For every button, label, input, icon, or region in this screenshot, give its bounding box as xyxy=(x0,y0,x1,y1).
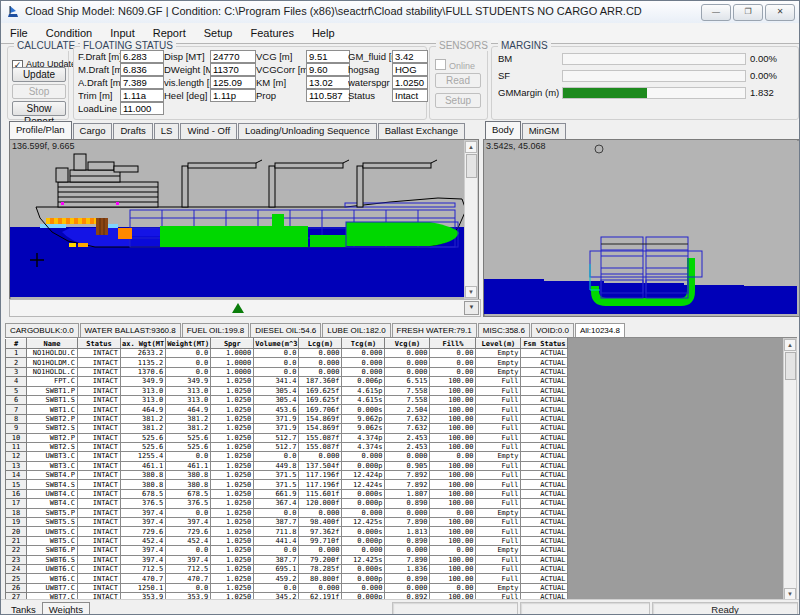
cell-name[interactable]: WBT6.C xyxy=(27,574,78,583)
cell-name[interactable]: WBT4.C xyxy=(27,499,78,508)
cell-spgr[interactable]: 1.0250 xyxy=(211,480,254,489)
cell-vcgm[interactable]: 0.000 xyxy=(385,546,430,555)
cell-weightmt[interactable]: 381.2 xyxy=(166,424,211,433)
cell-status[interactable]: INTACT xyxy=(78,414,121,423)
cell-fill%[interactable]: 0.00 xyxy=(430,349,476,358)
cell-tcgm[interactable]: 0.000p xyxy=(342,536,385,545)
cell-fsmstatus[interactable]: ACTUAL xyxy=(521,546,568,555)
table-scroll-up-icon[interactable]: ▲ xyxy=(784,339,796,351)
row-number[interactable]: 2 xyxy=(6,358,27,367)
cell-status[interactable]: INTACT xyxy=(78,499,121,508)
show-report-button[interactable]: Show Report xyxy=(12,101,66,116)
row-number[interactable]: 17 xyxy=(6,499,27,508)
cell-fill%[interactable]: 100.00 xyxy=(430,471,476,480)
cell-fsmstatus[interactable]: ACTUAL xyxy=(521,452,568,461)
cell-levelm[interactable]: Full xyxy=(476,405,521,414)
row-number[interactable]: 8 xyxy=(6,414,27,423)
cell-lcgm[interactable]: 169.706f xyxy=(299,405,342,414)
cell-fill%[interactable]: 100.00 xyxy=(430,442,476,451)
cell-fsmstatus[interactable]: ACTUAL xyxy=(521,386,568,395)
cell-volumem[interactable]: 695.1 xyxy=(254,564,299,573)
cell-fill%[interactable]: 100.00 xyxy=(430,461,476,470)
table-vertical-scrollbar[interactable]: ▲ ▼ xyxy=(783,338,797,599)
cell-name[interactable]: SWBT5.P xyxy=(27,508,78,517)
cell-levelm[interactable]: Empty xyxy=(476,583,521,592)
cell-fill%[interactable]: 0.00 xyxy=(430,452,476,461)
cell-vcgm[interactable]: 0.905 xyxy=(385,461,430,470)
cell-axwgtmt[interactable]: 1135.2 xyxy=(121,358,166,367)
cell-status[interactable]: INTACT xyxy=(78,442,121,451)
row-number[interactable]: 22 xyxy=(6,546,27,555)
profile-plan-view[interactable]: 136.599f, 9.665 xyxy=(9,139,479,300)
cell-vcgm[interactable]: 1.836 xyxy=(385,564,430,573)
cell-weightmt[interactable]: 397.4 xyxy=(166,518,211,527)
cell-vcgm[interactable]: 0.890 xyxy=(385,574,430,583)
row-number[interactable]: 10 xyxy=(6,433,27,442)
tab-ballast-exchange[interactable]: Ballast Exchange xyxy=(378,123,465,139)
cell-levelm[interactable]: Full xyxy=(476,461,521,470)
cell-spgr[interactable]: 1.0250 xyxy=(211,527,254,536)
cell-axwgtmt[interactable]: 397.4 xyxy=(121,518,166,527)
cell-fill%[interactable]: 0.00 xyxy=(430,546,476,555)
cell-levelm[interactable]: Full xyxy=(476,499,521,508)
cell-levelm[interactable]: Full xyxy=(476,574,521,583)
cell-levelm[interactable]: Empty xyxy=(476,367,521,376)
field-dweight[interactable]: 11370 xyxy=(210,63,256,76)
cell-status[interactable]: INTACT xyxy=(78,367,121,376)
cell-levelm[interactable]: Full xyxy=(476,536,521,545)
cell-name[interactable]: WBT1.C xyxy=(27,405,78,414)
cell-vcgm[interactable]: 7.890 xyxy=(385,555,430,564)
cell-volumem[interactable]: 367.4 xyxy=(254,499,299,508)
cell-vcgm[interactable]: 1.807 xyxy=(385,489,430,498)
tab-cargo[interactable]: Cargo xyxy=(73,123,113,139)
cell-axwgtmt[interactable]: 397.4 xyxy=(121,555,166,564)
profile-vertical-scrollbar[interactable]: ▲ ▼ xyxy=(464,140,478,299)
cell-spgr[interactable]: 1.0250 xyxy=(211,564,254,573)
field-km[interactable]: 13.02 xyxy=(306,76,350,89)
cell-status[interactable]: INTACT xyxy=(78,527,121,536)
cell-lcgm[interactable]: 79.200f xyxy=(299,555,342,564)
cell-tcgm[interactable]: 12.424s xyxy=(342,480,385,489)
cell-vcgm[interactable]: 7.632 xyxy=(385,414,430,423)
cell-fsmstatus[interactable]: ACTUAL xyxy=(521,424,568,433)
cell-fill%[interactable]: 100.00 xyxy=(430,574,476,583)
cell-fill%[interactable]: 100.00 xyxy=(430,386,476,395)
cell-lcgm[interactable]: 0.000 xyxy=(299,367,342,376)
cell-status[interactable]: INTACT xyxy=(78,386,121,395)
cell-lcgm[interactable]: 0.000 xyxy=(299,583,342,592)
body-view[interactable]: 3.542s, 45.068 xyxy=(483,139,800,317)
cell-volumem[interactable]: 449.8 xyxy=(254,461,299,470)
cell-weightmt[interactable]: 313.0 xyxy=(166,395,211,404)
cell-lcgm[interactable]: 115.601f xyxy=(299,489,342,498)
cell-levelm[interactable]: Full xyxy=(476,414,521,423)
cell-tcgm[interactable]: 0.000p xyxy=(342,574,385,583)
cell-volumem[interactable]: 305.4 xyxy=(254,386,299,395)
cell-volumem[interactable]: 0.0 xyxy=(254,546,299,555)
cell-spgr[interactable]: 1.0250 xyxy=(211,405,254,414)
cell-fsmstatus[interactable]: ACTUAL xyxy=(521,536,568,545)
cell-axwgtmt[interactable]: 313.0 xyxy=(121,395,166,404)
cell-volumem[interactable]: 0.0 xyxy=(254,367,299,376)
cell-levelm[interactable]: Full xyxy=(476,518,521,527)
cell-fill%[interactable]: 100.00 xyxy=(430,536,476,545)
field-vislength[interactable]: 125.09 xyxy=(210,76,256,89)
cell-weightmt[interactable]: 381.2 xyxy=(166,414,211,423)
cell-spgr[interactable]: 1.0250 xyxy=(211,583,254,592)
cell-status[interactable]: INTACT xyxy=(78,358,121,367)
row-number[interactable]: 4 xyxy=(6,377,27,386)
cell-name[interactable]: UWBT7.C xyxy=(27,583,78,592)
cell-axwgtmt[interactable]: 2633.2 xyxy=(121,349,166,358)
row-number[interactable]: 14 xyxy=(6,471,27,480)
tab-profile-plan[interactable]: Profile/Plan xyxy=(9,121,72,139)
cell-tcgm[interactable]: 0.000s xyxy=(342,564,385,573)
field-gmfluid[interactable]: 3.42 xyxy=(392,50,428,63)
cell-levelm[interactable]: Empty xyxy=(476,546,521,555)
cell-status[interactable]: INTACT xyxy=(78,508,121,517)
cell-name[interactable]: UWBT4.C xyxy=(27,489,78,498)
cell-fill%[interactable]: 100.00 xyxy=(430,527,476,536)
cell-volumem[interactable]: 371.5 xyxy=(254,480,299,489)
update-button[interactable]: Update xyxy=(12,67,66,82)
row-number[interactable]: 18 xyxy=(6,508,27,517)
cell-fsmstatus[interactable]: ACTUAL xyxy=(521,461,568,470)
tank-group-tab-all[interactable]: All:10234.8 xyxy=(575,323,625,337)
